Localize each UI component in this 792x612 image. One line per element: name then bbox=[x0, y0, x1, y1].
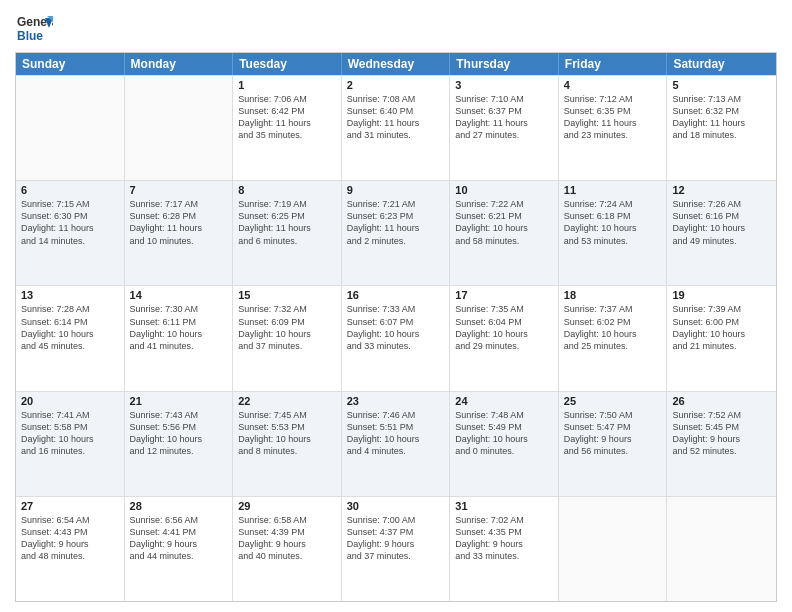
cell-info-line: Daylight: 9 hours bbox=[238, 538, 336, 550]
day-cell-28: 28Sunrise: 6:56 AMSunset: 4:41 PMDayligh… bbox=[125, 497, 234, 601]
day-number: 20 bbox=[21, 395, 119, 407]
cell-info-line: Sunset: 4:37 PM bbox=[347, 526, 445, 538]
cell-info-line: and 25 minutes. bbox=[564, 340, 662, 352]
day-number: 23 bbox=[347, 395, 445, 407]
cell-info-line: and 35 minutes. bbox=[238, 129, 336, 141]
cell-info-line: Sunset: 6:14 PM bbox=[21, 316, 119, 328]
day-cell-8: 8Sunrise: 7:19 AMSunset: 6:25 PMDaylight… bbox=[233, 181, 342, 285]
cell-info-line: and 8 minutes. bbox=[238, 445, 336, 457]
cell-info-line: Sunrise: 7:30 AM bbox=[130, 303, 228, 315]
cell-info-line: Daylight: 11 hours bbox=[130, 222, 228, 234]
day-cell-22: 22Sunrise: 7:45 AMSunset: 5:53 PMDayligh… bbox=[233, 392, 342, 496]
week-row-3: 13Sunrise: 7:28 AMSunset: 6:14 PMDayligh… bbox=[16, 285, 776, 390]
day-cell-29: 29Sunrise: 6:58 AMSunset: 4:39 PMDayligh… bbox=[233, 497, 342, 601]
cell-info-line: Sunrise: 7:15 AM bbox=[21, 198, 119, 210]
cell-info-line: Sunrise: 7:28 AM bbox=[21, 303, 119, 315]
cell-info-line: Sunset: 6:37 PM bbox=[455, 105, 553, 117]
day-cell-15: 15Sunrise: 7:32 AMSunset: 6:09 PMDayligh… bbox=[233, 286, 342, 390]
day-cell-4: 4Sunrise: 7:12 AMSunset: 6:35 PMDaylight… bbox=[559, 76, 668, 180]
day-cell-9: 9Sunrise: 7:21 AMSunset: 6:23 PMDaylight… bbox=[342, 181, 451, 285]
day-cell-10: 10Sunrise: 7:22 AMSunset: 6:21 PMDayligh… bbox=[450, 181, 559, 285]
day-header-wednesday: Wednesday bbox=[342, 53, 451, 75]
cell-info-line: Sunrise: 7:00 AM bbox=[347, 514, 445, 526]
cell-info-line: and 58 minutes. bbox=[455, 235, 553, 247]
cell-info-line: Sunrise: 7:45 AM bbox=[238, 409, 336, 421]
cell-info-line: and 27 minutes. bbox=[455, 129, 553, 141]
cell-info-line: Daylight: 10 hours bbox=[21, 433, 119, 445]
day-number: 3 bbox=[455, 79, 553, 91]
empty-cell bbox=[667, 497, 776, 601]
day-cell-24: 24Sunrise: 7:48 AMSunset: 5:49 PMDayligh… bbox=[450, 392, 559, 496]
cell-info-line: Sunrise: 7:48 AM bbox=[455, 409, 553, 421]
cell-info-line: Daylight: 10 hours bbox=[130, 433, 228, 445]
day-number: 16 bbox=[347, 289, 445, 301]
cell-info-line: and 44 minutes. bbox=[130, 550, 228, 562]
cell-info-line: Sunset: 6:07 PM bbox=[347, 316, 445, 328]
cell-info-line: Sunset: 6:21 PM bbox=[455, 210, 553, 222]
cell-info-line: Sunset: 6:09 PM bbox=[238, 316, 336, 328]
cell-info-line: Daylight: 9 hours bbox=[672, 433, 771, 445]
day-number: 18 bbox=[564, 289, 662, 301]
cell-info-line: Sunset: 5:49 PM bbox=[455, 421, 553, 433]
day-number: 30 bbox=[347, 500, 445, 512]
cell-info-line: Sunrise: 7:26 AM bbox=[672, 198, 771, 210]
cell-info-line: and 21 minutes. bbox=[672, 340, 771, 352]
cell-info-line: Sunrise: 7:33 AM bbox=[347, 303, 445, 315]
cell-info-line: and 10 minutes. bbox=[130, 235, 228, 247]
cell-info-line: Daylight: 10 hours bbox=[672, 222, 771, 234]
cell-info-line: Sunset: 6:11 PM bbox=[130, 316, 228, 328]
cell-info-line: Sunrise: 7:24 AM bbox=[564, 198, 662, 210]
cell-info-line: and 16 minutes. bbox=[21, 445, 119, 457]
cell-info-line: Daylight: 9 hours bbox=[564, 433, 662, 445]
cell-info-line: Sunset: 5:45 PM bbox=[672, 421, 771, 433]
day-cell-11: 11Sunrise: 7:24 AMSunset: 6:18 PMDayligh… bbox=[559, 181, 668, 285]
day-number: 8 bbox=[238, 184, 336, 196]
logo: General Blue bbox=[15, 10, 55, 46]
cell-info-line: Sunset: 6:04 PM bbox=[455, 316, 553, 328]
cell-info-line: Sunset: 6:00 PM bbox=[672, 316, 771, 328]
cell-info-line: and 0 minutes. bbox=[455, 445, 553, 457]
logo-icon: General Blue bbox=[15, 10, 51, 46]
day-number: 26 bbox=[672, 395, 771, 407]
day-cell-14: 14Sunrise: 7:30 AMSunset: 6:11 PMDayligh… bbox=[125, 286, 234, 390]
cell-info-line: Daylight: 9 hours bbox=[130, 538, 228, 550]
cell-info-line: Daylight: 11 hours bbox=[455, 117, 553, 129]
cell-info-line: Daylight: 10 hours bbox=[564, 222, 662, 234]
cell-info-line: Daylight: 10 hours bbox=[455, 222, 553, 234]
cell-info-line: Sunrise: 7:21 AM bbox=[347, 198, 445, 210]
cell-info-line: Daylight: 10 hours bbox=[21, 328, 119, 340]
empty-cell bbox=[125, 76, 234, 180]
cell-info-line: Sunrise: 6:54 AM bbox=[21, 514, 119, 526]
cell-info-line: and 14 minutes. bbox=[21, 235, 119, 247]
day-cell-26: 26Sunrise: 7:52 AMSunset: 5:45 PMDayligh… bbox=[667, 392, 776, 496]
cell-info-line: Sunrise: 6:56 AM bbox=[130, 514, 228, 526]
day-number: 14 bbox=[130, 289, 228, 301]
cell-info-line: Daylight: 10 hours bbox=[455, 328, 553, 340]
day-cell-17: 17Sunrise: 7:35 AMSunset: 6:04 PMDayligh… bbox=[450, 286, 559, 390]
cell-info-line: Daylight: 11 hours bbox=[21, 222, 119, 234]
cell-info-line: and 56 minutes. bbox=[564, 445, 662, 457]
day-cell-3: 3Sunrise: 7:10 AMSunset: 6:37 PMDaylight… bbox=[450, 76, 559, 180]
day-number: 31 bbox=[455, 500, 553, 512]
cell-info-line: Sunrise: 7:37 AM bbox=[564, 303, 662, 315]
page: General Blue SundayMondayTuesdayWednesda… bbox=[0, 0, 792, 612]
week-row-1: 1Sunrise: 7:06 AMSunset: 6:42 PMDaylight… bbox=[16, 75, 776, 180]
day-cell-31: 31Sunrise: 7:02 AMSunset: 4:35 PMDayligh… bbox=[450, 497, 559, 601]
day-number: 11 bbox=[564, 184, 662, 196]
day-number: 28 bbox=[130, 500, 228, 512]
day-number: 19 bbox=[672, 289, 771, 301]
cell-info-line: Sunset: 6:02 PM bbox=[564, 316, 662, 328]
cell-info-line: Daylight: 11 hours bbox=[672, 117, 771, 129]
cell-info-line: Daylight: 10 hours bbox=[564, 328, 662, 340]
day-cell-6: 6Sunrise: 7:15 AMSunset: 6:30 PMDaylight… bbox=[16, 181, 125, 285]
cell-info-line: and 37 minutes. bbox=[347, 550, 445, 562]
cell-info-line: Sunrise: 7:12 AM bbox=[564, 93, 662, 105]
cell-info-line: Daylight: 10 hours bbox=[347, 328, 445, 340]
cell-info-line: and 53 minutes. bbox=[564, 235, 662, 247]
cell-info-line: Daylight: 11 hours bbox=[347, 222, 445, 234]
calendar-header-row: SundayMondayTuesdayWednesdayThursdayFrid… bbox=[16, 53, 776, 75]
cell-info-line: Sunset: 5:51 PM bbox=[347, 421, 445, 433]
day-number: 5 bbox=[672, 79, 771, 91]
cell-info-line: Daylight: 11 hours bbox=[238, 117, 336, 129]
cell-info-line: Sunset: 5:58 PM bbox=[21, 421, 119, 433]
